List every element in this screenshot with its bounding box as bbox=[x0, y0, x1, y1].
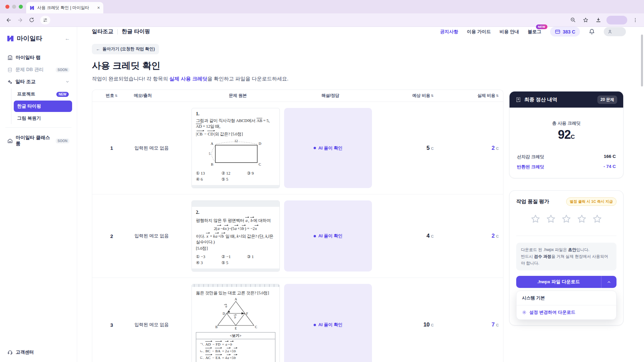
divider bbox=[516, 236, 616, 236]
credit-table: 번호⇅ 메모/출처 문제 원본 해설/정답 예상 비용⇅ 실제 비용⇅ 1 입력… bbox=[92, 89, 503, 362]
window-scrollbar[interactable] bbox=[641, 35, 643, 86]
sidebar-item-image-restore[interactable]: 그림 복원기 bbox=[14, 113, 72, 124]
sort-icon[interactable]: ⇅ bbox=[431, 94, 434, 98]
bookmark-star-icon[interactable] bbox=[581, 15, 590, 25]
star-icon[interactable] bbox=[546, 214, 556, 224]
zoom-out-icon[interactable] bbox=[568, 15, 578, 25]
app-logo-text[interactable]: 마이일타 bbox=[17, 34, 62, 43]
new-badge: NEW bbox=[536, 24, 547, 29]
breadcrumb: 일타조교 한글 타이핑 bbox=[92, 28, 150, 35]
actual-cost: 2C bbox=[440, 233, 504, 239]
sidebar-item-classroom[interactable]: 마이일타 클래스룸 SOON bbox=[5, 132, 72, 150]
sort-icon[interactable]: ⇅ bbox=[115, 94, 117, 98]
sidebar-item-hangul-typing[interactable]: 한글 타이핑 bbox=[14, 101, 72, 112]
problem-card[interactable]: 2.평행하지 않은 두 평면벡터 a, b에 대하여2(a−4x)−(5a+3b… bbox=[192, 200, 280, 272]
svg-text:C: C bbox=[255, 325, 257, 329]
back-button-label: 돌아가기 (요청한 작업 확인) bbox=[103, 46, 155, 52]
nav-notices[interactable]: 공지사항 bbox=[440, 29, 458, 35]
bogi-item: ㄱ. AD − FD = a+b bbox=[200, 341, 272, 347]
user-avatar-button[interactable] bbox=[604, 27, 626, 36]
star-icon[interactable] bbox=[577, 214, 587, 224]
sidebar-item-label: 그림 복원기 bbox=[17, 115, 69, 121]
col-answer: 해설/정답 bbox=[284, 93, 377, 99]
sidebar-item-label: 문제 DB 관리 bbox=[15, 67, 53, 73]
maximize-window-button[interactable] bbox=[19, 5, 23, 9]
back-button[interactable]: ← 돌아가기 (요청한 작업 확인) bbox=[92, 44, 159, 54]
nav-pricing[interactable]: 비용 안내 bbox=[499, 29, 519, 35]
scroll-clip bbox=[192, 284, 279, 287]
row-memo: 입력된 메모 없음 bbox=[131, 233, 192, 239]
problem-card[interactable]: 1.그림과 같이 직사각형 ABCD에서 AB = 5, AD = 12일 때,… bbox=[192, 108, 280, 188]
sidebar-item-label: 일타 조교 bbox=[15, 79, 62, 85]
browser-tab[interactable]: 사용 크레딧 확인 | 마이일타 × bbox=[26, 2, 103, 13]
subtitle-emphasis: 실제 사용 크레딧 bbox=[169, 76, 207, 81]
sidebar-item-project[interactable]: 프로젝트 NEW bbox=[14, 88, 72, 100]
star-icon[interactable] bbox=[530, 214, 541, 224]
download-hwpx-button[interactable]: .hwpx 파일 다운로드 bbox=[516, 276, 601, 288]
sidebar: 마이일타 ← 마이일타 랩 문제 DB 관리 SOON 일타 조교 프로젝트 bbox=[0, 27, 77, 362]
browser-profile-button[interactable] bbox=[606, 16, 627, 24]
answer-choices: ① −3② −1③ 1④ 3⑤ 5 bbox=[196, 254, 275, 266]
page-title: 사용 크레딧 확인 bbox=[92, 60, 503, 72]
download-options-toggle[interactable] bbox=[601, 276, 616, 288]
problem-text: |CB − CD|의 값은? [5.0점] bbox=[196, 130, 275, 137]
triangle-diagram: A B C D F E a b bbox=[206, 297, 265, 330]
sidebar-item-lab[interactable]: 마이일타 랩 bbox=[5, 52, 72, 64]
star-icon[interactable] bbox=[592, 214, 602, 224]
soon-badge: SOON bbox=[56, 67, 69, 72]
bullet-dot bbox=[314, 324, 316, 326]
refund-row: 반환된 크레딧 - 74 C bbox=[517, 164, 616, 170]
menu-item-change-settings[interactable]: 설정 변경하여 다운로드 bbox=[517, 305, 616, 319]
star-icon[interactable] bbox=[561, 214, 572, 224]
back-icon[interactable] bbox=[4, 15, 13, 25]
download-icon[interactable] bbox=[594, 15, 603, 25]
scrollbar-track[interactable] bbox=[192, 268, 279, 271]
nav-blog[interactable]: 블로그 bbox=[528, 29, 541, 34]
nav-guide[interactable]: 이용 가이드 bbox=[467, 29, 491, 35]
notifications-bell-icon[interactable] bbox=[589, 28, 595, 35]
sort-icon[interactable]: ⇅ bbox=[496, 94, 499, 98]
sidebar-item-support[interactable]: 고객센터 bbox=[7, 349, 34, 355]
svg-text:12: 12 bbox=[234, 139, 238, 143]
col-estimated-cost[interactable]: 예상 비용⇅ bbox=[377, 93, 440, 99]
menu-item-system-default[interactable]: 시스템 기본 bbox=[517, 291, 616, 305]
site-settings-icon[interactable] bbox=[40, 16, 50, 24]
col-number[interactable]: 번호⇅ bbox=[92, 93, 131, 99]
sidebar-item-label: 마이일타 클래스룸 bbox=[16, 135, 53, 147]
app-header: 일타조교 한글 타이핑 공지사항 이용 가이드 비용 안내 블로그 NEW 38… bbox=[77, 27, 644, 37]
sidebar-collapse-icon[interactable]: ← bbox=[65, 36, 70, 42]
svg-text:a: a bbox=[225, 304, 227, 308]
address-bar[interactable] bbox=[38, 15, 566, 25]
minimize-window-button[interactable] bbox=[12, 5, 16, 9]
credit-balance-button[interactable]: 383 C bbox=[550, 27, 580, 37]
sidebar-item-label: 프로젝트 bbox=[17, 91, 56, 97]
estimated-cost: 5C bbox=[377, 145, 440, 152]
ai-solution-button[interactable]: AI 풀이 확인 bbox=[284, 284, 372, 362]
window-controls[interactable] bbox=[4, 0, 26, 13]
table-body: 1 입력된 메모 없음 1.그림과 같이 직사각형 ABCD에서 AB = 5,… bbox=[92, 102, 503, 362]
sidebar-item-assistant[interactable]: 일타 조교 bbox=[5, 76, 72, 88]
database-icon bbox=[7, 67, 12, 72]
forward-icon[interactable] bbox=[15, 15, 25, 25]
col-actual-cost[interactable]: 실제 비용⇅ bbox=[440, 93, 504, 99]
answer-choices: ① 13② 12③ 9④ 6⑤ 5 bbox=[196, 171, 275, 183]
menu-kebab-icon[interactable] bbox=[631, 15, 640, 25]
tab-close-icon[interactable]: × bbox=[97, 5, 100, 10]
problem-card[interactable]: 옳은 것만을 있는 대로 고른 것은? [5.0점] A B C D F E a… bbox=[192, 284, 280, 362]
ai-solution-button[interactable]: AI 풀이 확인 bbox=[284, 108, 372, 188]
problem-text: 옳은 것만을 있는 대로 고른 것은? [5.0점] bbox=[196, 290, 275, 296]
ai-solution-button[interactable]: AI 풀이 확인 bbox=[284, 200, 372, 272]
bogi-title: <보기> bbox=[196, 333, 275, 339]
quality-title: 작업 품질 평가 bbox=[516, 198, 549, 205]
col-memo: 메모/출처 bbox=[131, 93, 192, 99]
reload-icon[interactable] bbox=[27, 15, 36, 25]
person-icon bbox=[607, 29, 612, 34]
arrow-left-icon: ← bbox=[96, 47, 100, 52]
scrollbar-track[interactable] bbox=[192, 185, 279, 188]
sidebar-item-problem-db[interactable]: 문제 DB 관리 SOON bbox=[5, 64, 72, 76]
star-rating[interactable] bbox=[516, 214, 616, 224]
svg-text:D: D bbox=[259, 141, 261, 145]
breadcrumb-divider bbox=[117, 29, 118, 35]
close-window-button[interactable] bbox=[5, 5, 9, 9]
rating-reward-badge: 별점 클릭 시 1C 즉시 지급 bbox=[566, 197, 616, 206]
